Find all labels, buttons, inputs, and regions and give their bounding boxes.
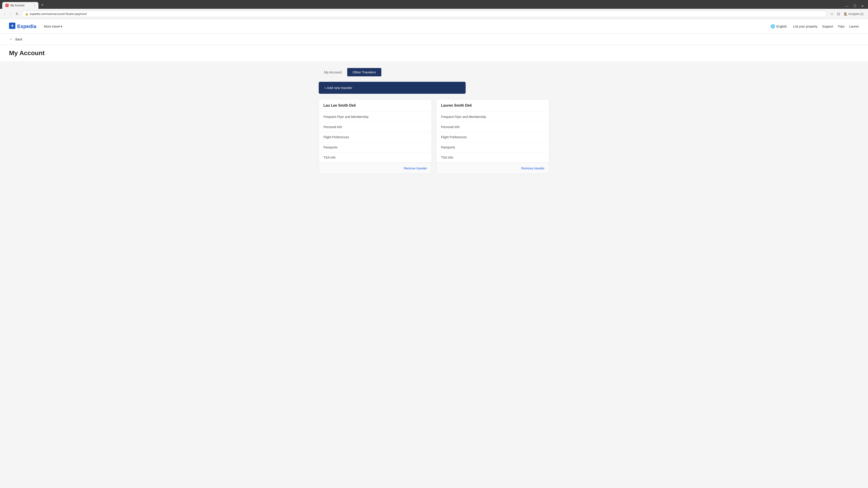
more-travel-label: More travel	[44, 25, 60, 28]
url-text: expedia.com/user/account/?&selc=payment	[30, 12, 87, 15]
traveler-card-footer-2: Remove traveler	[436, 163, 549, 174]
incognito-button[interactable]: 🕵 Incognito (2)	[842, 11, 865, 17]
language-button[interactable]: 🌐 English	[769, 23, 789, 29]
globe-icon: 🌐	[771, 24, 775, 29]
traveler-name-2: Lauren Smith Deli	[441, 103, 472, 107]
minimize-button[interactable]: —	[843, 3, 850, 9]
more-travel-button[interactable]: More travel ▾	[41, 23, 64, 30]
refresh-button[interactable]: ↻	[14, 11, 20, 17]
svg-text:✈: ✈	[6, 4, 8, 6]
tab-strip: ✈ My Account × + — ❐ ✕	[0, 0, 868, 9]
incognito-label: Incognito (2)	[848, 12, 864, 15]
tabs-container: My Account Other Travelers	[319, 68, 549, 76]
remove-traveler-button-1[interactable]: Remove traveler	[404, 166, 427, 170]
tab-my-account[interactable]: My Account	[319, 68, 347, 76]
browser-chrome: ✈ My Account × + — ❐ ✕ ‹ › ↻ 🔒 expedia.c…	[0, 0, 868, 19]
extensions-button[interactable]: ⊡	[836, 11, 841, 17]
remove-traveler-button-2[interactable]: Remove traveler	[521, 166, 545, 170]
add-traveler-label: + Add new traveler	[324, 86, 352, 90]
tab-other-travelers[interactable]: Other Travelers	[347, 68, 381, 76]
tab-other-travelers-label: Other Travelers	[352, 70, 376, 74]
tab-close-btn[interactable]: ×	[34, 4, 35, 7]
tsa-info-item-1[interactable]: TSA Info	[319, 153, 432, 163]
support-link[interactable]: Support	[822, 25, 833, 28]
incognito-icon: 🕵	[844, 12, 847, 15]
browser-tab[interactable]: ✈ My Account ×	[2, 2, 38, 9]
trips-link[interactable]: Trips	[838, 25, 845, 28]
traveler-card-footer-1: Remove traveler	[319, 163, 432, 174]
traveler-name: Lau Lee Smith Deli	[323, 103, 356, 107]
main-content: My Account Other Travelers + Add new tra…	[310, 61, 558, 181]
flight-preferences-item-1[interactable]: Flight Preferences	[319, 132, 432, 142]
traveler-card-header: Lau Lee Smith Deli	[319, 99, 432, 112]
back-nav-button[interactable]: ‹	[3, 11, 6, 17]
passports-item-2[interactable]: Passports	[436, 142, 549, 153]
forward-nav-button[interactable]: ›	[8, 11, 12, 17]
header-right: 🌐 English List your property Support Tri…	[769, 23, 859, 29]
back-arrow-link[interactable]: ←	[9, 37, 13, 41]
language-label: English	[776, 25, 787, 28]
back-section: ← Back	[0, 34, 868, 45]
trips-label: Trips	[838, 25, 845, 28]
new-tab-button[interactable]: +	[39, 1, 46, 9]
logo-area: ✈ Expedia	[9, 23, 36, 30]
close-window-button[interactable]: ✕	[860, 3, 866, 9]
logo-text: Expedia	[17, 24, 36, 29]
personal-info-item-2[interactable]: Personal Info	[436, 122, 549, 132]
site-header: ✈ Expedia More travel ▾ 🌐 English List y…	[0, 19, 868, 34]
svg-text:✈: ✈	[11, 24, 14, 28]
bookmark-button[interactable]: ☆	[829, 11, 835, 17]
user-name-label: Lauren	[849, 25, 859, 28]
flight-preferences-item-2[interactable]: Flight Preferences	[436, 132, 549, 142]
address-bar[interactable]: 🔒 expedia.com/user/account/?&selc=paymen…	[22, 11, 827, 17]
traveler-card: Lau Lee Smith Deli Frequent Flyer and Me…	[319, 99, 432, 174]
tab-title: My Account	[10, 4, 24, 7]
page-wrapper: ✈ Expedia More travel ▾ 🌐 English List y…	[0, 19, 868, 485]
passports-item-1[interactable]: Passports	[319, 142, 432, 153]
traveler-card-header-2: Lauren Smith Deli	[436, 99, 549, 112]
list-property-link[interactable]: List your property	[793, 25, 817, 28]
expedia-logo-icon: ✈	[9, 23, 16, 30]
add-traveler-button[interactable]: + Add new traveler	[319, 82, 466, 94]
support-label: Support	[822, 25, 833, 28]
lock-icon: 🔒	[25, 12, 29, 15]
tab-my-account-label: My Account	[324, 70, 342, 74]
tab-favicon: ✈	[5, 4, 8, 7]
frequent-flyer-item-2[interactable]: Frequent Flyer and Membership	[436, 112, 549, 122]
traveler-card-2: Lauren Smith Deli Frequent Flyer and Mem…	[436, 99, 549, 174]
tsa-info-item-2[interactable]: TSA Info	[436, 153, 549, 163]
list-property-label: List your property	[793, 25, 817, 28]
user-menu-link[interactable]: Lauren	[849, 25, 859, 28]
page-title: My Account	[9, 50, 859, 61]
personal-info-item-1[interactable]: Personal Info	[319, 122, 432, 132]
window-controls: — ❐ ✕	[843, 3, 866, 9]
chevron-down-icon: ▾	[61, 25, 62, 28]
browser-nav: ‹ › ↻ 🔒 expedia.com/user/account/?&selc=…	[0, 9, 868, 19]
nav-actions: ☆ ⊡ 🕵 Incognito (2)	[829, 11, 865, 17]
frequent-flyer-item-1[interactable]: Frequent Flyer and Membership	[319, 112, 432, 122]
travelers-grid: Lau Lee Smith Deli Frequent Flyer and Me…	[319, 99, 549, 174]
page-title-section: My Account	[0, 45, 868, 61]
maximize-button[interactable]: ❐	[851, 3, 858, 9]
back-label[interactable]: Back	[16, 37, 22, 41]
